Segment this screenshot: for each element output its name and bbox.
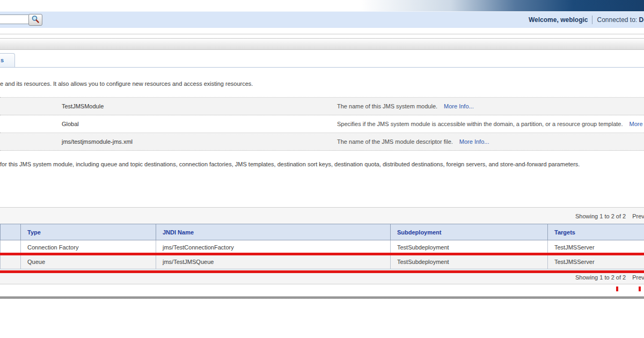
header-toolbar: Welcome, weblogic Connected to: De — [0, 11, 644, 28]
tab-fragment[interactable]: s — [0, 53, 15, 68]
select-cell[interactable] — [1, 255, 21, 269]
table-pagination-strip-top — [0, 207, 644, 224]
tab-fragment-label: s — [1, 57, 4, 63]
session-info: Welcome, weblogic Connected to: De — [529, 12, 644, 28]
cell-subdeployment: TestSubdeployment — [391, 255, 548, 269]
pagination-previous-link[interactable]: Previous — [632, 274, 644, 281]
property-row-name: TestJMSModule The name of this JMS syste… — [0, 98, 644, 115]
module-scope-description: Specifies if the JMS system module is ac… — [337, 115, 644, 133]
pagination-bottom: Showing 1 to 2 of 2Previous — [575, 274, 644, 281]
horizontal-rule — [0, 34, 644, 34]
property-row-descriptor: jms/testjmsmodule-jms.xml The name of th… — [0, 133, 644, 151]
cell-targets: TestJMSServer — [548, 255, 644, 269]
more-info-link[interactable]: More Info... — [459, 138, 489, 145]
resources-table: Type JNDI Name Subdeployment Targets Con… — [0, 224, 644, 269]
module-name-value: TestJMSModule — [62, 98, 104, 115]
breadcrumb-bar — [0, 38, 644, 50]
pagination-previous-link[interactable]: Previous — [632, 213, 644, 219]
weblogic-console-screen: Welcome, weblogic Connected to: De s e a… — [0, 0, 644, 338]
column-header-targets[interactable]: Targets — [548, 224, 644, 240]
more-info-link[interactable]: More Info... — [630, 121, 644, 127]
page-intro-text: e and its resources. It also allows you … — [0, 80, 644, 87]
column-header-subdeployment[interactable]: Subdeployment — [391, 224, 548, 240]
connected-domain-name: De — [639, 16, 644, 24]
select-column-header — [1, 224, 21, 240]
resources-summary-text: for this JMS system module, including qu… — [0, 161, 644, 167]
column-header-type[interactable]: Type — [21, 224, 156, 240]
module-descriptor-value: jms/testjmsmodule-jms.xml — [62, 133, 133, 150]
cell-jndi-name: jms/TestJMSQueue — [156, 255, 391, 269]
pagination-top: Showing 1 to 2 of 2Previous — [575, 213, 644, 219]
property-row-scope: Global Specifies if the JMS system modul… — [0, 115, 644, 133]
welcome-user-label: Welcome, weblogic — [529, 16, 588, 24]
table-row-queue[interactable]: Queue jms/TestJMSQueue TestSubdeployment… — [1, 255, 644, 269]
column-header-jndi-name[interactable]: JNDI Name — [156, 224, 391, 240]
module-scope-value: Global — [62, 115, 79, 133]
search-button[interactable] — [28, 14, 42, 26]
tabstrip-bottom-border — [0, 67, 644, 68]
pagination-showing-label: Showing 1 to 2 of 2 — [575, 274, 626, 281]
table-header-row: Type JNDI Name Subdeployment Targets — [1, 224, 644, 240]
cell-type: Queue — [21, 255, 156, 269]
pagination-showing-label: Showing 1 to 2 of 2 — [575, 213, 626, 219]
module-properties: TestJMSModule The name of this JMS syste… — [0, 97, 644, 151]
module-descriptor-description: The name of the JMS module descriptor fi… — [337, 133, 489, 150]
top-banner — [0, 0, 644, 11]
module-name-description: The name of this JMS system module.More … — [337, 98, 474, 115]
search-input[interactable] — [0, 14, 30, 24]
red-annotation-mark — [616, 286, 618, 291]
connected-to-label: Connected to: De — [597, 16, 644, 24]
red-annotation-line-top — [0, 253, 644, 255]
magnifier-icon — [31, 15, 40, 25]
red-annotation-mark — [639, 286, 641, 291]
red-annotation-line-bottom — [0, 270, 644, 273]
more-info-link[interactable]: More Info... — [444, 103, 474, 109]
toolbar-separator — [592, 16, 592, 24]
content-bottom-divider — [0, 296, 644, 299]
